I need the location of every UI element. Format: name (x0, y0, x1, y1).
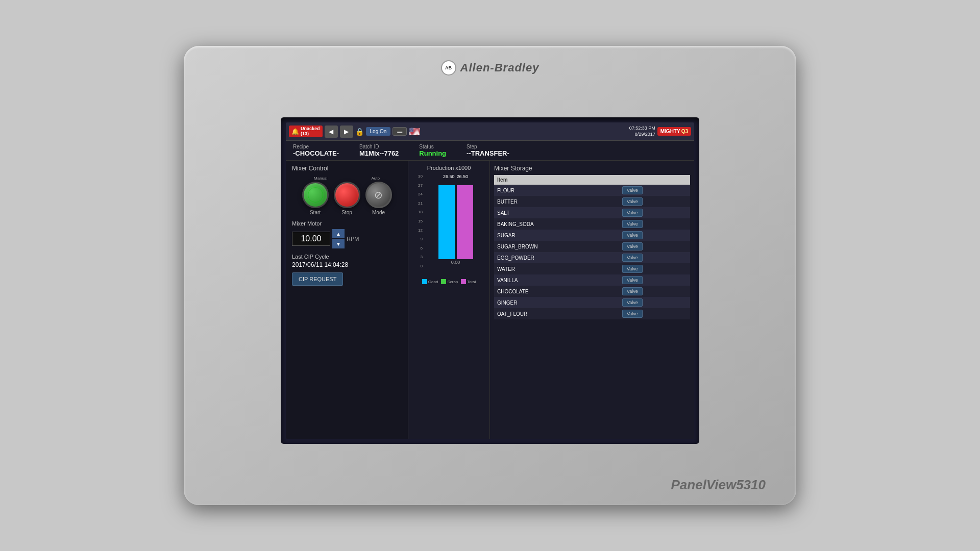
cip-date: 2017/06/11 14:04:28 (292, 261, 402, 268)
bars-area: 26.50 26.50 0.00 (426, 174, 485, 276)
flag-icon[interactable]: 🇺🇸 (409, 126, 420, 137)
mighty-logo: MIGHTYQ3 (657, 127, 691, 136)
batch-value: M1Mix--7762 (359, 149, 399, 157)
bar-purple (457, 185, 473, 259)
production-panel: Production x1000 30 27 24 21 18 15 12 9 (408, 161, 490, 439)
y-label-15: 15 (418, 219, 424, 223)
logon-button[interactable]: Log On (366, 127, 391, 136)
nav-back-button[interactable]: ◀ (325, 126, 338, 138)
device-model: PanelView5310 (671, 477, 766, 493)
main-content: Mixer Control Manual Auto Start (286, 161, 694, 439)
step-info: Step --TRANSFER- (467, 144, 509, 157)
storage-item-valve: Valve (619, 207, 690, 218)
rpm-up-button[interactable]: ▲ (332, 229, 345, 238)
alarm-text: Unacked (13) (301, 127, 320, 137)
batch-info: Batch ID M1Mix--7762 (359, 144, 399, 157)
storage-item-valve: Valve (619, 286, 690, 297)
storage-item-name: SALT (494, 207, 619, 218)
bar-values-top: 26.50 26.50 (443, 174, 468, 179)
storage-item-name: EGG_POWDER (494, 252, 619, 263)
storage-item-valve: Valve (619, 196, 690, 207)
mode-button[interactable]: ⊘ (365, 182, 392, 208)
legend-good: Good (422, 279, 438, 284)
nav-forward-button[interactable]: ▶ (340, 126, 353, 138)
valve-button-salt[interactable]: Valve (622, 209, 643, 217)
device-panel: AB Allen-Bradley 🔔 Unacked (13) ◀ ▶ 🔒 Lo… (184, 46, 796, 505)
legend-scrap: Scrap (441, 279, 458, 284)
valve-button-sugar_brown[interactable]: Valve (622, 242, 643, 251)
valve-button-baking_soda[interactable]: Valve (622, 220, 643, 228)
bar-blue (438, 185, 455, 259)
mode-label: Mode (372, 210, 385, 215)
storage-header-valve (619, 175, 690, 185)
y-label-30: 30 (418, 174, 424, 179)
storage-item-name: OAT_FLOUR (494, 308, 619, 319)
start-button-wrap: Start (302, 182, 329, 215)
valve-button-flour[interactable]: Valve (622, 186, 643, 194)
y-label-0: 0 (421, 264, 424, 268)
legend-scrap-label: Scrap (447, 280, 458, 284)
bar-bottom-value: 0.00 (451, 260, 460, 265)
storage-title: Mixer Storage (494, 165, 690, 172)
y-label-6: 6 (421, 246, 424, 251)
rpm-unit-label: RPM (347, 236, 359, 242)
screen: 🔔 Unacked (13) ◀ ▶ 🔒 Log On ▬ 🇺🇸 07:52:3… (286, 122, 694, 439)
storage-item-name: FLOUR (494, 185, 619, 196)
stop-button-wrap: Stop (334, 182, 360, 215)
table-row: VANILLAValve (494, 274, 690, 286)
legend-total-label: Total (467, 280, 476, 284)
stop-button[interactable] (334, 182, 360, 208)
y-label-21: 21 (418, 201, 424, 206)
mode-button-wrap: ⊘ Mode (365, 182, 392, 215)
valve-button-oat_flour[interactable]: Valve (622, 310, 643, 318)
cip-request-button[interactable]: CIP REQUEST (292, 272, 343, 286)
table-row: SALTValve (494, 207, 690, 218)
brand-name: Allen-Bradley (460, 61, 540, 74)
storage-item-name: BAKING_SODA (494, 218, 619, 230)
stop-label: Stop (341, 210, 352, 215)
auto-label: Auto (371, 176, 379, 181)
valve-button-sugar[interactable]: Valve (622, 231, 643, 239)
table-row: FLOURValve (494, 185, 690, 196)
rpm-value[interactable]: 10.00 (292, 232, 330, 246)
valve-button-butter[interactable]: Valve (622, 197, 643, 206)
recipe-info: Recipe -CHOCOLATE- (293, 144, 339, 157)
valve-button-ginger[interactable]: Valve (622, 298, 643, 307)
table-row: SUGARValve (494, 230, 690, 241)
storage-item-name: CHOCOLATE (494, 286, 619, 297)
recipe-value: -CHOCOLATE- (293, 149, 339, 157)
legend-total: Total (461, 279, 476, 284)
recipe-label: Recipe (293, 144, 339, 149)
storage-item-valve: Valve (619, 218, 690, 230)
valve-button-chocolate[interactable]: Valve (622, 287, 643, 295)
status-value: Running (419, 149, 446, 157)
table-row: SUGAR_BROWNValve (494, 241, 690, 252)
ab-logo: AB (441, 60, 456, 76)
storage-item-valve: Valve (619, 297, 690, 308)
storage-item-name: SUGAR_BROWN (494, 241, 619, 252)
chart-legend: Good Scrap Total (412, 279, 485, 284)
start-button[interactable] (302, 182, 329, 208)
storage-item-name: WATER (494, 263, 619, 274)
table-row: GINGERValve (494, 297, 690, 308)
mixer-motor-title: Mixer Motor (292, 220, 402, 227)
alarm-bell-icon: 🔔 (291, 128, 299, 135)
status-info: Status Running (419, 144, 446, 157)
y-label-27: 27 (418, 183, 424, 188)
storage-item-valve: Valve (619, 252, 690, 263)
valve-button-vanilla[interactable]: Valve (622, 276, 643, 284)
screen-button[interactable]: ▬ (393, 127, 407, 136)
table-row: OAT_FLOURValve (494, 308, 690, 319)
y-label-12: 12 (418, 228, 424, 233)
valve-button-egg_powder[interactable]: Valve (622, 254, 643, 262)
storage-item-valve: Valve (619, 274, 690, 286)
toolbar: 🔔 Unacked (13) ◀ ▶ 🔒 Log On ▬ 🇺🇸 07:52:3… (286, 122, 694, 141)
valve-button-water[interactable]: Valve (622, 265, 643, 273)
rpm-down-button[interactable]: ▼ (332, 239, 345, 248)
alarm-button[interactable]: 🔔 Unacked (13) (289, 126, 323, 138)
info-bar: Recipe -CHOCOLATE- Batch ID M1Mix--7762 … (286, 141, 694, 161)
legend-scrap-dot (441, 279, 446, 284)
storage-item-name: SUGAR (494, 230, 619, 241)
bars (438, 180, 473, 259)
y-label-9: 9 (421, 237, 424, 241)
